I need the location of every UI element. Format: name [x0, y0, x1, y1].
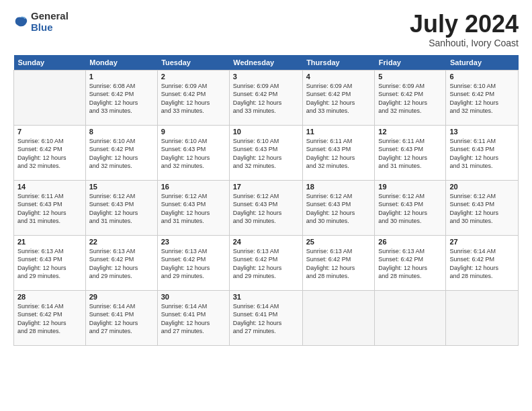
calendar-cell: 8Sunrise: 6:10 AM Sunset: 6:42 PM Daylig…	[85, 125, 157, 180]
day-info: Sunrise: 6:14 AM Sunset: 6:41 PM Dayligh…	[161, 302, 226, 336]
day-number: 19	[378, 183, 442, 191]
calendar-cell: 16Sunrise: 6:12 AM Sunset: 6:43 PM Dayli…	[157, 180, 229, 235]
day-number: 25	[306, 238, 371, 246]
day-number: 2	[161, 73, 226, 81]
day-number: 7	[17, 128, 82, 136]
calendar-cell: 15Sunrise: 6:12 AM Sunset: 6:43 PM Dayli…	[85, 180, 157, 235]
day-info: Sunrise: 6:11 AM Sunset: 6:43 PM Dayligh…	[306, 137, 371, 171]
day-info: Sunrise: 6:12 AM Sunset: 6:43 PM Dayligh…	[378, 192, 442, 226]
day-info: Sunrise: 6:09 AM Sunset: 6:42 PM Dayligh…	[306, 82, 371, 116]
day-number: 14	[17, 183, 82, 191]
calendar-cell: 5Sunrise: 6:09 AM Sunset: 6:42 PM Daylig…	[375, 70, 446, 125]
day-info: Sunrise: 6:13 AM Sunset: 6:42 PM Dayligh…	[306, 247, 371, 281]
week-row-1: 7Sunrise: 6:10 AM Sunset: 6:42 PM Daylig…	[14, 125, 519, 180]
calendar-cell: 17Sunrise: 6:12 AM Sunset: 6:43 PM Dayli…	[229, 180, 302, 235]
weekday-header-tuesday: Tuesday	[157, 55, 229, 71]
calendar-cell: 2Sunrise: 6:09 AM Sunset: 6:42 PM Daylig…	[157, 70, 229, 125]
weekday-header-saturday: Saturday	[446, 55, 519, 71]
location: Sanhouti, Ivory Coast	[410, 38, 519, 48]
calendar-cell	[446, 290, 519, 345]
calendar-cell: 18Sunrise: 6:12 AM Sunset: 6:43 PM Dayli…	[302, 180, 375, 235]
calendar-cell	[375, 290, 446, 345]
logo-text: General Blue	[31, 11, 69, 33]
day-info: Sunrise: 6:11 AM Sunset: 6:43 PM Dayligh…	[449, 137, 515, 171]
day-number: 18	[306, 183, 371, 191]
calendar-cell: 21Sunrise: 6:13 AM Sunset: 6:43 PM Dayli…	[14, 235, 86, 290]
day-number: 8	[89, 128, 154, 136]
day-number: 29	[89, 293, 154, 301]
day-info: Sunrise: 6:13 AM Sunset: 6:43 PM Dayligh…	[17, 247, 82, 281]
calendar-cell: 11Sunrise: 6:11 AM Sunset: 6:43 PM Dayli…	[302, 125, 375, 180]
calendar-cell	[14, 70, 86, 125]
day-info: Sunrise: 6:13 AM Sunset: 6:42 PM Dayligh…	[89, 247, 154, 281]
weekday-header-friday: Friday	[375, 55, 446, 71]
weekday-header-wednesday: Wednesday	[229, 55, 302, 71]
day-info: Sunrise: 6:10 AM Sunset: 6:42 PM Dayligh…	[449, 82, 515, 116]
day-number: 15	[89, 183, 154, 191]
day-number: 9	[161, 128, 226, 136]
calendar-cell: 10Sunrise: 6:10 AM Sunset: 6:43 PM Dayli…	[229, 125, 302, 180]
calendar-cell: 1Sunrise: 6:08 AM Sunset: 6:42 PM Daylig…	[85, 70, 157, 125]
calendar-cell: 22Sunrise: 6:13 AM Sunset: 6:42 PM Dayli…	[85, 235, 157, 290]
calendar-cell: 27Sunrise: 6:14 AM Sunset: 6:42 PM Dayli…	[446, 235, 519, 290]
day-info: Sunrise: 6:13 AM Sunset: 6:42 PM Dayligh…	[233, 247, 299, 281]
day-info: Sunrise: 6:14 AM Sunset: 6:42 PM Dayligh…	[17, 302, 82, 336]
day-number: 23	[161, 238, 226, 246]
calendar-cell: 19Sunrise: 6:12 AM Sunset: 6:43 PM Dayli…	[375, 180, 446, 235]
day-info: Sunrise: 6:12 AM Sunset: 6:43 PM Dayligh…	[449, 192, 515, 226]
day-info: Sunrise: 6:09 AM Sunset: 6:42 PM Dayligh…	[233, 82, 299, 116]
logo-icon	[13, 15, 28, 30]
day-number: 24	[233, 238, 299, 246]
weekday-header-row: SundayMondayTuesdayWednesdayThursdayFrid…	[14, 55, 519, 71]
week-row-4: 28Sunrise: 6:14 AM Sunset: 6:42 PM Dayli…	[14, 290, 519, 345]
day-info: Sunrise: 6:11 AM Sunset: 6:43 PM Dayligh…	[17, 192, 82, 226]
month-year: July 2024	[410, 11, 519, 38]
day-number: 26	[378, 238, 442, 246]
day-number: 6	[449, 73, 515, 81]
calendar-cell: 13Sunrise: 6:11 AM Sunset: 6:43 PM Dayli…	[446, 125, 519, 180]
day-info: Sunrise: 6:10 AM Sunset: 6:42 PM Dayligh…	[17, 137, 82, 171]
week-row-3: 21Sunrise: 6:13 AM Sunset: 6:43 PM Dayli…	[14, 235, 519, 290]
day-info: Sunrise: 6:12 AM Sunset: 6:43 PM Dayligh…	[306, 192, 371, 226]
calendar-cell: 24Sunrise: 6:13 AM Sunset: 6:42 PM Dayli…	[229, 235, 302, 290]
day-number: 28	[17, 293, 82, 301]
day-info: Sunrise: 6:14 AM Sunset: 6:41 PM Dayligh…	[89, 302, 154, 336]
day-number: 31	[233, 293, 299, 301]
day-number: 30	[161, 293, 226, 301]
day-number: 13	[449, 128, 515, 136]
calendar-cell: 7Sunrise: 6:10 AM Sunset: 6:42 PM Daylig…	[14, 125, 86, 180]
day-info: Sunrise: 6:12 AM Sunset: 6:43 PM Dayligh…	[233, 192, 299, 226]
day-info: Sunrise: 6:12 AM Sunset: 6:43 PM Dayligh…	[161, 192, 226, 226]
calendar-cell: 23Sunrise: 6:13 AM Sunset: 6:42 PM Dayli…	[157, 235, 229, 290]
day-info: Sunrise: 6:10 AM Sunset: 6:43 PM Dayligh…	[233, 137, 299, 171]
calendar-cell: 30Sunrise: 6:14 AM Sunset: 6:41 PM Dayli…	[157, 290, 229, 345]
day-number: 12	[378, 128, 442, 136]
day-info: Sunrise: 6:09 AM Sunset: 6:42 PM Dayligh…	[161, 82, 226, 116]
day-number: 16	[161, 183, 226, 191]
calendar-cell: 6Sunrise: 6:10 AM Sunset: 6:42 PM Daylig…	[446, 70, 519, 125]
calendar-cell: 3Sunrise: 6:09 AM Sunset: 6:42 PM Daylig…	[229, 70, 302, 125]
calendar-cell: 9Sunrise: 6:10 AM Sunset: 6:43 PM Daylig…	[157, 125, 229, 180]
day-number: 1	[89, 73, 154, 81]
logo: General Blue	[13, 11, 69, 33]
calendar-cell: 28Sunrise: 6:14 AM Sunset: 6:42 PM Dayli…	[14, 290, 86, 345]
day-number: 17	[233, 183, 299, 191]
day-number: 4	[306, 73, 371, 81]
day-number: 20	[449, 183, 515, 191]
title-block: July 2024 Sanhouti, Ivory Coast	[410, 11, 519, 48]
week-row-2: 14Sunrise: 6:11 AM Sunset: 6:43 PM Dayli…	[14, 180, 519, 235]
week-row-0: 1Sunrise: 6:08 AM Sunset: 6:42 PM Daylig…	[14, 70, 519, 125]
calendar-table: SundayMondayTuesdayWednesdayThursdayFrid…	[13, 55, 519, 346]
header: General Blue July 2024 Sanhouti, Ivory C…	[13, 11, 519, 48]
day-number: 21	[17, 238, 82, 246]
calendar-cell: 20Sunrise: 6:12 AM Sunset: 6:43 PM Dayli…	[446, 180, 519, 235]
day-info: Sunrise: 6:10 AM Sunset: 6:43 PM Dayligh…	[161, 137, 226, 171]
calendar-cell: 25Sunrise: 6:13 AM Sunset: 6:42 PM Dayli…	[302, 235, 375, 290]
page: General Blue July 2024 Sanhouti, Ivory C…	[0, 0, 532, 411]
calendar-cell	[302, 290, 375, 345]
calendar-cell: 12Sunrise: 6:11 AM Sunset: 6:43 PM Dayli…	[375, 125, 446, 180]
day-info: Sunrise: 6:12 AM Sunset: 6:43 PM Dayligh…	[89, 192, 154, 226]
weekday-header-monday: Monday	[85, 55, 157, 71]
day-info: Sunrise: 6:08 AM Sunset: 6:42 PM Dayligh…	[89, 82, 154, 116]
calendar-cell: 29Sunrise: 6:14 AM Sunset: 6:41 PM Dayli…	[85, 290, 157, 345]
